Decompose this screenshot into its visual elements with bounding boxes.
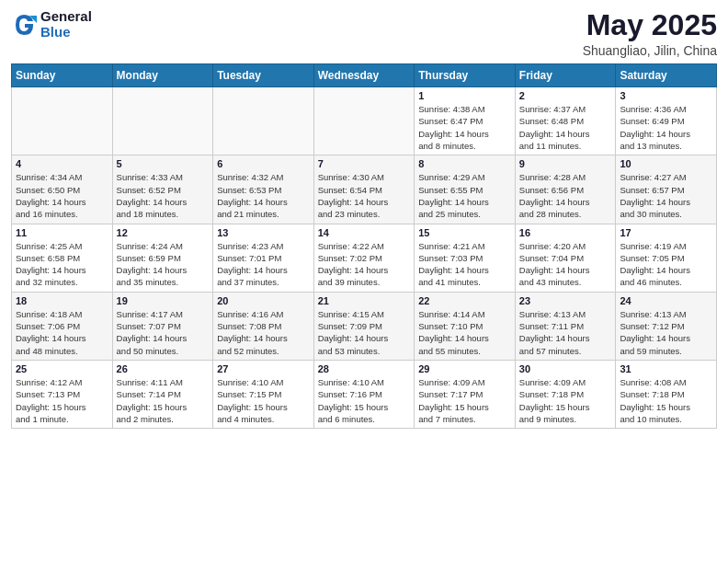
table-row: 28Sunrise: 4:10 AMSunset: 7:16 PMDayligh… (313, 360, 415, 428)
day-number: 5 (117, 158, 210, 169)
table-row: 23Sunrise: 4:13 AMSunset: 7:11 PMDayligh… (515, 292, 616, 360)
day-info: Sunrise: 4:09 AMSunset: 7:18 PMDaylight:… (519, 376, 612, 425)
day-number: 1 (418, 90, 511, 101)
day-number: 13 (217, 227, 310, 238)
day-info: Sunrise: 4:37 AMSunset: 6:48 PMDaylight:… (519, 103, 612, 152)
table-row: 31Sunrise: 4:08 AMSunset: 7:18 PMDayligh… (616, 360, 717, 428)
day-info: Sunrise: 4:36 AMSunset: 6:49 PMDaylight:… (620, 103, 712, 152)
day-info: Sunrise: 4:32 AMSunset: 6:53 PMDaylight:… (217, 171, 310, 220)
table-row (12, 87, 113, 155)
table-row: 14Sunrise: 4:22 AMSunset: 7:02 PMDayligh… (313, 224, 415, 292)
day-info: Sunrise: 4:21 AMSunset: 7:03 PMDaylight:… (418, 240, 511, 289)
day-number: 29 (418, 363, 511, 374)
day-info: Sunrise: 4:09 AMSunset: 7:17 PMDaylight:… (418, 376, 511, 425)
table-row: 9Sunrise: 4:28 AMSunset: 6:56 PMDaylight… (515, 155, 616, 224)
day-info: Sunrise: 4:25 AMSunset: 6:58 PMDaylight:… (16, 240, 108, 289)
col-friday: Friday (515, 64, 616, 87)
table-row: 12Sunrise: 4:24 AMSunset: 6:59 PMDayligh… (112, 224, 213, 292)
day-info: Sunrise: 4:13 AMSunset: 7:11 PMDaylight:… (519, 308, 612, 357)
day-number: 15 (418, 227, 511, 238)
header: General Blue May 2025 Shuangliao, Jilin,… (11, 9, 717, 58)
table-row: 25Sunrise: 4:12 AMSunset: 7:13 PMDayligh… (12, 360, 113, 428)
day-info: Sunrise: 4:14 AMSunset: 7:10 PMDaylight:… (418, 308, 511, 357)
day-number: 11 (16, 227, 108, 238)
day-info: Sunrise: 4:34 AMSunset: 6:50 PMDaylight:… (16, 171, 108, 220)
table-row (112, 87, 213, 155)
day-number: 19 (117, 295, 210, 306)
logo-general-text: General (40, 9, 92, 25)
calendar-week-row: 1Sunrise: 4:38 AMSunset: 6:47 PMDaylight… (12, 87, 717, 155)
day-info: Sunrise: 4:19 AMSunset: 7:05 PMDaylight:… (620, 240, 712, 289)
table-row: 4Sunrise: 4:34 AMSunset: 6:50 PMDaylight… (12, 155, 113, 224)
day-number: 27 (217, 363, 310, 374)
day-info: Sunrise: 4:33 AMSunset: 6:52 PMDaylight:… (117, 171, 210, 220)
day-info: Sunrise: 4:27 AMSunset: 6:57 PMDaylight:… (620, 171, 712, 220)
table-row: 22Sunrise: 4:14 AMSunset: 7:10 PMDayligh… (415, 292, 516, 360)
table-row: 26Sunrise: 4:11 AMSunset: 7:14 PMDayligh… (112, 360, 213, 428)
table-row: 27Sunrise: 4:10 AMSunset: 7:15 PMDayligh… (213, 360, 314, 428)
day-number: 16 (519, 227, 612, 238)
day-number: 22 (418, 295, 511, 306)
day-info: Sunrise: 4:08 AMSunset: 7:18 PMDaylight:… (620, 376, 712, 425)
day-info: Sunrise: 4:28 AMSunset: 6:56 PMDaylight:… (519, 171, 612, 220)
table-row: 29Sunrise: 4:09 AMSunset: 7:17 PMDayligh… (415, 360, 516, 428)
day-info: Sunrise: 4:10 AMSunset: 7:16 PMDaylight:… (318, 376, 411, 425)
day-number: 23 (519, 295, 612, 306)
col-monday: Monday (112, 64, 213, 87)
day-info: Sunrise: 4:38 AMSunset: 6:47 PMDaylight:… (418, 103, 511, 152)
table-row: 8Sunrise: 4:29 AMSunset: 6:55 PMDaylight… (415, 155, 516, 224)
table-row: 10Sunrise: 4:27 AMSunset: 6:57 PMDayligh… (616, 155, 717, 224)
logo: General Blue (11, 9, 92, 40)
day-info: Sunrise: 4:30 AMSunset: 6:54 PMDaylight:… (318, 171, 411, 220)
day-info: Sunrise: 4:20 AMSunset: 7:04 PMDaylight:… (519, 240, 612, 289)
table-row: 21Sunrise: 4:15 AMSunset: 7:09 PMDayligh… (313, 292, 415, 360)
calendar-header-row: Sunday Monday Tuesday Wednesday Thursday… (12, 64, 717, 87)
table-row: 19Sunrise: 4:17 AMSunset: 7:07 PMDayligh… (112, 292, 213, 360)
day-number: 7 (318, 158, 411, 169)
day-number: 30 (519, 363, 612, 374)
col-saturday: Saturday (616, 64, 717, 87)
table-row: 30Sunrise: 4:09 AMSunset: 7:18 PMDayligh… (515, 360, 616, 428)
table-row: 15Sunrise: 4:21 AMSunset: 7:03 PMDayligh… (415, 224, 516, 292)
title-block: May 2025 Shuangliao, Jilin, China (583, 9, 717, 58)
page: General Blue May 2025 Shuangliao, Jilin,… (0, 0, 728, 563)
day-number: 17 (620, 227, 712, 238)
day-info: Sunrise: 4:10 AMSunset: 7:15 PMDaylight:… (217, 376, 310, 425)
day-number: 9 (519, 158, 612, 169)
table-row: 1Sunrise: 4:38 AMSunset: 6:47 PMDaylight… (415, 87, 516, 155)
table-row: 11Sunrise: 4:25 AMSunset: 6:58 PMDayligh… (12, 224, 113, 292)
calendar-week-row: 4Sunrise: 4:34 AMSunset: 6:50 PMDaylight… (12, 155, 717, 224)
location: Shuangliao, Jilin, China (583, 43, 717, 58)
logo-icon (11, 12, 37, 38)
table-row: 5Sunrise: 4:33 AMSunset: 6:52 PMDaylight… (112, 155, 213, 224)
table-row: 20Sunrise: 4:16 AMSunset: 7:08 PMDayligh… (213, 292, 314, 360)
table-row: 16Sunrise: 4:20 AMSunset: 7:04 PMDayligh… (515, 224, 616, 292)
day-info: Sunrise: 4:29 AMSunset: 6:55 PMDaylight:… (418, 171, 511, 220)
logo-blue-text: Blue (40, 25, 92, 40)
day-number: 28 (318, 363, 411, 374)
day-number: 31 (620, 363, 712, 374)
table-row: 6Sunrise: 4:32 AMSunset: 6:53 PMDaylight… (213, 155, 314, 224)
calendar-table: Sunday Monday Tuesday Wednesday Thursday… (11, 63, 717, 429)
day-info: Sunrise: 4:13 AMSunset: 7:12 PMDaylight:… (620, 308, 712, 357)
day-number: 10 (620, 158, 712, 169)
month-title: May 2025 (583, 9, 717, 41)
day-number: 2 (519, 90, 612, 101)
table-row: 7Sunrise: 4:30 AMSunset: 6:54 PMDaylight… (313, 155, 415, 224)
day-number: 20 (217, 295, 310, 306)
day-info: Sunrise: 4:12 AMSunset: 7:13 PMDaylight:… (16, 376, 108, 425)
calendar-week-row: 18Sunrise: 4:18 AMSunset: 7:06 PMDayligh… (12, 292, 717, 360)
day-number: 8 (418, 158, 511, 169)
calendar-week-row: 25Sunrise: 4:12 AMSunset: 7:13 PMDayligh… (12, 360, 717, 428)
day-number: 25 (16, 363, 108, 374)
day-number: 3 (620, 90, 712, 101)
col-sunday: Sunday (12, 64, 113, 87)
table-row (213, 87, 314, 155)
day-number: 18 (16, 295, 108, 306)
day-number: 4 (16, 158, 108, 169)
col-wednesday: Wednesday (313, 64, 415, 87)
table-row: 17Sunrise: 4:19 AMSunset: 7:05 PMDayligh… (616, 224, 717, 292)
calendar-week-row: 11Sunrise: 4:25 AMSunset: 6:58 PMDayligh… (12, 224, 717, 292)
day-number: 6 (217, 158, 310, 169)
day-info: Sunrise: 4:23 AMSunset: 7:01 PMDaylight:… (217, 240, 310, 289)
